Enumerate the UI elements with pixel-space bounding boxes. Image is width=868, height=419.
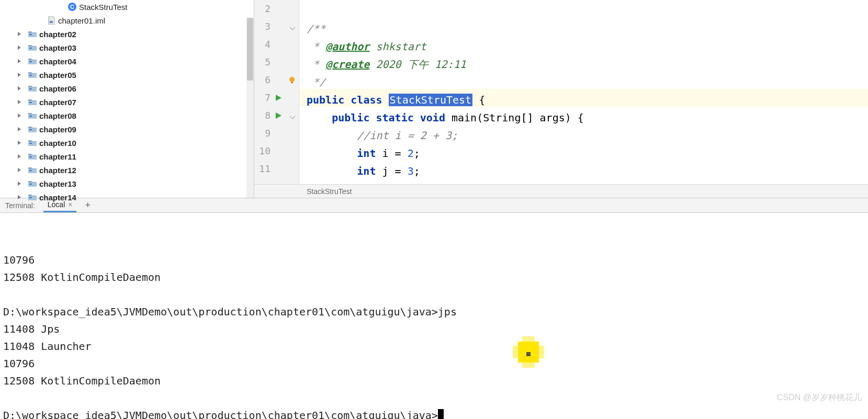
- tree-item-label: chapter11: [39, 152, 76, 161]
- project-tree-sidebar[interactable]: CStackStruTestchapter01.imlchapter02chap…: [0, 0, 254, 198]
- terminal-line: [3, 390, 865, 407]
- tree-item-chapter14[interactable]: chapter14: [0, 190, 254, 204]
- tree-item-label: chapter13: [39, 179, 76, 188]
- code-line[interactable]: public class StackStruTest {: [307, 91, 485, 109]
- line-number: 7: [255, 92, 270, 103]
- chevron-right-icon[interactable]: [16, 112, 23, 119]
- folder-icon: [28, 98, 37, 106]
- module-file-icon: [47, 16, 55, 25]
- chevron-right-icon[interactable]: [16, 85, 23, 92]
- code-line[interactable]: * @author shkstart: [307, 38, 426, 55]
- fold-icon[interactable]: [289, 24, 296, 30]
- code-line[interactable]: int j = 3;: [307, 162, 420, 180]
- code-line[interactable]: //int i = 2 + 3;: [307, 127, 458, 144]
- intention-bulb-icon[interactable]: [288, 76, 296, 84]
- folder-icon: [28, 30, 37, 38]
- chevron-right-icon[interactable]: [16, 98, 23, 106]
- line-number: 9: [255, 128, 270, 139]
- tree-item-label: chapter02: [39, 30, 76, 39]
- folder-icon: [28, 180, 37, 187]
- fold-icon[interactable]: [289, 113, 296, 119]
- code-editor[interactable]: 234567891011 /** * @author shkstart * @c…: [254, 0, 868, 198]
- tree-item-chapter13[interactable]: chapter13: [0, 177, 254, 190]
- folder-icon: [28, 153, 37, 160]
- tree-item-label: chapter08: [39, 111, 76, 120]
- scrollbar-thumb[interactable]: [247, 18, 253, 81]
- sidebar-scrollbar[interactable]: [246, 18, 254, 198]
- chevron-right-icon[interactable]: [16, 166, 23, 174]
- line-number: 3: [255, 21, 270, 32]
- tree-item-chapter07[interactable]: chapter07: [0, 95, 254, 109]
- tree-item-chapter12[interactable]: chapter12: [0, 163, 254, 177]
- tree-item-label: chapter04: [39, 57, 76, 66]
- folder-icon: [28, 139, 37, 146]
- tree-item-chapter05[interactable]: chapter05: [0, 68, 254, 82]
- code-area[interactable]: /** * @author shkstart * @create 2020 下午…: [299, 0, 868, 198]
- tree-item-chapter02[interactable]: chapter02: [0, 27, 254, 41]
- chevron-right-icon[interactable]: [16, 180, 23, 187]
- tree-item-chapter09[interactable]: chapter09: [0, 122, 254, 136]
- tree-item-label: chapter07: [39, 98, 76, 107]
- folder-icon: [28, 85, 37, 92]
- tree-item-label: chapter12: [39, 166, 76, 175]
- tree-item-chapter03[interactable]: chapter03: [0, 41, 254, 54]
- code-line[interactable]: */: [307, 73, 325, 91]
- tree-item-chapter10[interactable]: chapter10: [0, 136, 254, 150]
- chevron-right-icon[interactable]: [16, 30, 23, 38]
- svg-rect-4: [29, 48, 32, 49]
- svg-point-27: [289, 77, 295, 82]
- tree-item-chapter04[interactable]: chapter04: [0, 54, 254, 68]
- run-gutter-icon[interactable]: [275, 112, 282, 119]
- svg-rect-22: [29, 170, 32, 171]
- code-line[interactable]: public static void main(String[] args) {: [307, 109, 584, 127]
- tree-item-chapter06[interactable]: chapter06: [0, 82, 254, 95]
- tree-item-chapter01-iml[interactable]: chapter01.iml: [0, 14, 254, 27]
- svg-rect-10: [29, 88, 32, 89]
- terminal-line: 12508 KotlinCompileDaemon: [3, 269, 865, 286]
- code-line[interactable]: int i = 2;: [307, 144, 420, 162]
- chevron-right-icon[interactable]: [16, 44, 23, 51]
- tree-item-label: chapter05: [39, 71, 76, 80]
- run-gutter-icon[interactable]: [275, 94, 282, 101]
- chevron-right-icon[interactable]: [16, 58, 23, 65]
- code-line[interactable]: * @create 2020 下午 12:11: [307, 55, 466, 73]
- terminal-line: 11048 Launcher: [3, 338, 865, 355]
- tree-item-chapter11[interactable]: chapter11: [0, 150, 254, 163]
- line-number: 2: [255, 3, 270, 14]
- svg-rect-2: [29, 34, 32, 35]
- tree-item-label: chapter06: [39, 84, 76, 93]
- code-line[interactable]: /**: [307, 20, 325, 38]
- folder-icon: [28, 58, 37, 65]
- terminal-line: 11408 Jps: [3, 321, 865, 338]
- line-number: 10: [255, 145, 270, 156]
- tree-item-StackStruTest[interactable]: CStackStruTest: [0, 0, 254, 14]
- breadcrumb-item[interactable]: StackStruTest: [307, 187, 352, 196]
- folder-icon: [28, 112, 37, 119]
- breadcrumb[interactable]: StackStruTest: [254, 184, 868, 198]
- terminal-output[interactable]: 1079612508 KotlinCompileDaemon D:\worksp…: [0, 213, 868, 419]
- chevron-right-icon[interactable]: [16, 71, 23, 78]
- terminal-line: D:\workspace_idea5\JVMDemo\out\productio…: [3, 407, 865, 419]
- tree-item-label: chapter03: [39, 43, 76, 52]
- tree-item-label: chapter09: [39, 125, 76, 134]
- folder-icon: [28, 71, 37, 78]
- folder-icon: [28, 44, 37, 51]
- svg-rect-26: [29, 197, 32, 198]
- chevron-right-icon[interactable]: [16, 139, 23, 146]
- tree-item-label: chapter14: [39, 193, 76, 202]
- svg-rect-28: [291, 82, 293, 83]
- folder-icon: [28, 194, 37, 201]
- chevron-right-icon[interactable]: [16, 126, 23, 133]
- folder-icon: [28, 166, 37, 174]
- line-number: 11: [255, 163, 270, 174]
- tree-item-label: chapter01.iml: [58, 16, 105, 25]
- tree-item-label: chapter10: [39, 139, 76, 148]
- svg-rect-24: [29, 184, 32, 185]
- folder-icon: [28, 126, 37, 133]
- chevron-right-icon[interactable]: [16, 153, 23, 160]
- tree-item-label: StackStruTest: [79, 3, 128, 12]
- terminal-line: [3, 286, 865, 303]
- tree-item-chapter08[interactable]: chapter08: [0, 109, 254, 122]
- chevron-right-icon[interactable]: [16, 194, 23, 201]
- svg-rect-14: [29, 116, 32, 117]
